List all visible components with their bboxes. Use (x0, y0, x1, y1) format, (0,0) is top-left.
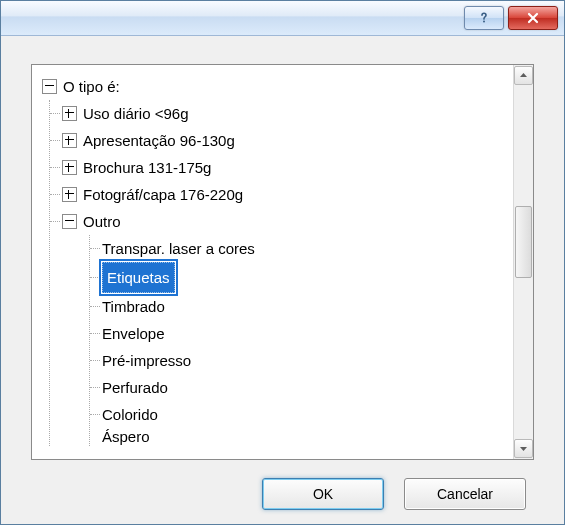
tree-item-label: Envelope (102, 320, 165, 347)
dialog-buttons: OK Cancelar (31, 460, 534, 510)
ok-button[interactable]: OK (262, 478, 384, 510)
dialog-window: O tipo é: Uso diário <96g Apresentação 9… (0, 0, 565, 525)
tree-item-label: Apresentação 96-130g (83, 127, 235, 154)
tree-item-preimpresso[interactable]: Pré-impresso (102, 347, 509, 374)
expand-icon[interactable] (62, 106, 77, 121)
vertical-scrollbar[interactable] (513, 65, 533, 459)
tree-item-apresentacao[interactable]: Apresentação 96-130g (62, 127, 509, 154)
titlebar (1, 1, 564, 36)
expand-icon[interactable] (62, 133, 77, 148)
tree-item-label: Pré-impresso (102, 347, 191, 374)
tree-children-level1: Uso diário <96g Apresentação 96-130g Bro… (49, 100, 509, 446)
tree-item-etiquetas[interactable]: Etiquetas (102, 262, 509, 293)
tree-item-outro[interactable]: Outro (62, 208, 509, 235)
tree-item-label: Outro (83, 208, 121, 235)
ok-button-label: OK (313, 486, 333, 502)
scroll-down-button[interactable] (514, 439, 533, 458)
client-area: O tipo é: Uso diário <96g Apresentação 9… (1, 36, 564, 524)
scroll-thumb[interactable] (515, 206, 532, 278)
expand-icon[interactable] (62, 187, 77, 202)
cancel-button-label: Cancelar (437, 486, 493, 502)
tree-item-fotograf[interactable]: Fotográf/capa 176-220g (62, 181, 509, 208)
expand-icon[interactable] (62, 160, 77, 175)
close-button[interactable] (508, 6, 558, 30)
tree-item-brochura[interactable]: Brochura 131-175g (62, 154, 509, 181)
tree-item-label: Perfurado (102, 374, 168, 401)
tree-item-timbrado[interactable]: Timbrado (102, 293, 509, 320)
tree-container: O tipo é: Uso diário <96g Apresentação 9… (31, 64, 534, 460)
collapse-icon[interactable] (42, 79, 57, 94)
tree-item-uso-diario[interactable]: Uso diário <96g (62, 100, 509, 127)
tree-item-perfurado[interactable]: Perfurado (102, 374, 509, 401)
scroll-track[interactable] (515, 86, 532, 438)
tree-item-label: Uso diário <96g (83, 100, 188, 127)
tree-item-label: Áspero (102, 430, 150, 444)
tree-item-label: Brochura 131-175g (83, 154, 211, 181)
scroll-up-button[interactable] (514, 66, 533, 85)
tree-children-level2: Transpar. laser a cores Etiquetas Timbra… (89, 235, 509, 446)
help-button[interactable] (464, 6, 504, 30)
tree-item-aspero[interactable]: Áspero (102, 428, 509, 446)
tree-item-transpar[interactable]: Transpar. laser a cores (102, 235, 509, 262)
tree-item-label: Transpar. laser a cores (102, 235, 255, 262)
svg-point-0 (483, 21, 485, 23)
tree-item-label-selected: Etiquetas (102, 262, 175, 293)
tree-item-colorido[interactable]: Colorido (102, 401, 509, 428)
tree-item-label: Colorido (102, 401, 158, 428)
cancel-button[interactable]: Cancelar (404, 478, 526, 510)
tree-root[interactable]: O tipo é: (42, 73, 509, 100)
tree-item-label: Fotográf/capa 176-220g (83, 181, 243, 208)
tree-view[interactable]: O tipo é: Uso diário <96g Apresentação 9… (32, 65, 513, 459)
tree-item-envelope[interactable]: Envelope (102, 320, 509, 347)
tree-root-label: O tipo é: (63, 73, 120, 100)
collapse-icon[interactable] (62, 214, 77, 229)
tree-item-label: Timbrado (102, 293, 165, 320)
